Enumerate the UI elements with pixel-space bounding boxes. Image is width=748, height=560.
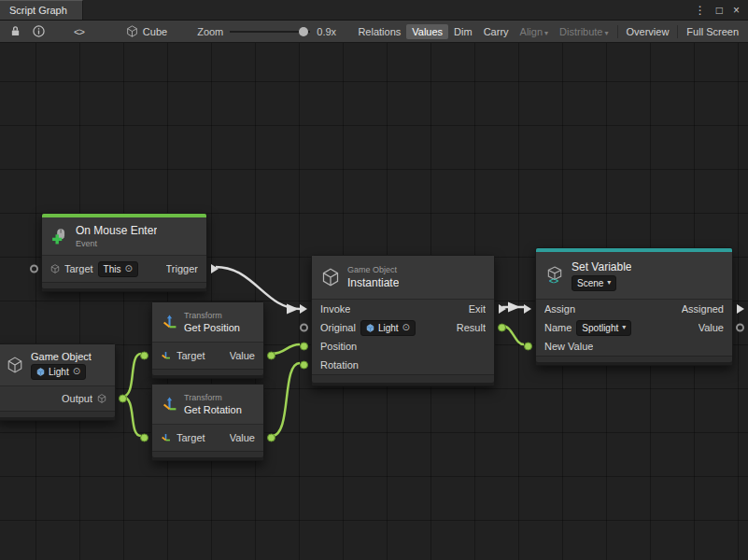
result-label: Result: [457, 322, 486, 333]
tab-script-graph[interactable]: Script Graph: [0, 0, 83, 20]
value-output-port[interactable]: [736, 324, 744, 332]
object-picker-icon[interactable]: ⊙: [73, 367, 80, 376]
port-row: Target Value: [152, 424, 263, 451]
tab-title: Script Graph: [9, 5, 67, 16]
node-get-rotation[interactable]: Transform Get Rotation Target Value: [151, 384, 264, 461]
zoom-label: Zoom: [197, 26, 223, 37]
node-title: Get Rotation: [184, 404, 242, 415]
invoke-label: Invoke: [320, 303, 350, 315]
window-close-icon[interactable]: ×: [733, 5, 740, 16]
wire-light-to-getposition: [122, 354, 141, 397]
target-input-port[interactable]: [30, 265, 38, 273]
gameobject-cube-icon: [6, 356, 24, 374]
graph-toolbar: <> Cube Zoom 0.9x Relations Values Dim C…: [0, 21, 748, 43]
code-icon[interactable]: <>: [74, 24, 84, 39]
info-icon[interactable]: [31, 24, 46, 39]
position-input-port[interactable]: [300, 343, 308, 351]
port-row: Assign Assigned: [536, 299, 732, 318]
align-dropdown: Align▾: [515, 24, 554, 39]
node-footer: [312, 374, 494, 385]
context-button[interactable]: Cube: [140, 24, 173, 39]
values-button[interactable]: Values: [406, 24, 448, 39]
zoom-slider-knob[interactable]: [299, 27, 308, 36]
node-title: Instantiate: [347, 276, 399, 289]
port-row: Rotation: [312, 356, 494, 374]
node-header: Game Object Light ⊙: [0, 344, 115, 385]
port-row: New Value: [536, 337, 732, 356]
node-title: Set Variable: [572, 260, 631, 273]
original-value-chip[interactable]: Light ⊙: [360, 320, 416, 336]
object-picker-icon[interactable]: ⊙: [402, 323, 410, 332]
lock-icon[interactable]: [7, 24, 22, 39]
node-subtitle: Event: [76, 239, 157, 248]
context-cube-icon: [125, 24, 140, 39]
exit-output-port[interactable]: [499, 304, 506, 314]
port-row: Target Value: [152, 342, 263, 369]
scope-dropdown[interactable]: Scene ▾: [572, 275, 616, 291]
value-label: Value: [699, 322, 724, 333]
assign-input-port[interactable]: [524, 304, 531, 314]
node-header: Transform Get Rotation: [152, 385, 263, 424]
node-footer: [152, 451, 263, 460]
variable-name-dropdown[interactable]: Spotlight ▾: [576, 320, 631, 336]
node-title: Game Object: [31, 351, 92, 362]
event-icon: [50, 227, 69, 245]
original-input-port[interactable]: [300, 324, 308, 332]
gameobject-mini-icon: [36, 368, 45, 376]
relations-button[interactable]: Relations: [352, 24, 406, 39]
invoke-input-port[interactable]: [300, 304, 307, 314]
node-set-variable[interactable]: <> Set Variable Scene ▾ Assign Assigned …: [535, 247, 733, 366]
assign-label: Assign: [544, 303, 575, 315]
trigger-output-port[interactable]: [211, 264, 219, 273]
transform-icon: [161, 396, 177, 413]
gameobject-mini-icon: [97, 394, 106, 403]
target-label: Target: [64, 263, 93, 274]
node-title: On Mouse Enter: [76, 224, 157, 237]
rotation-input-port[interactable]: [300, 361, 308, 370]
position-label: Position: [320, 341, 357, 352]
new-value-input-port[interactable]: [524, 343, 532, 351]
assigned-output-port[interactable]: [737, 304, 744, 314]
rotation-label: Rotation: [320, 359, 359, 371]
window-controls: ⋮ □ ×: [695, 0, 748, 20]
carry-button[interactable]: Carry: [478, 24, 515, 39]
node-on-mouse-enter[interactable]: On Mouse Enter Event Target This ⊙ Trigg…: [41, 213, 207, 292]
node-category: Game Object: [347, 265, 399, 274]
node-light-variable[interactable]: Game Object Light ⊙ Output: [0, 343, 116, 421]
target-value-chip[interactable]: This ⊙: [98, 261, 138, 277]
target-input-port[interactable]: [140, 352, 148, 360]
new-value-label: New Value: [544, 341, 593, 352]
exit-label: Exit: [469, 303, 486, 315]
node-header: Transform Get Position: [152, 302, 263, 342]
node-header: Game Object Instantiate: [312, 256, 494, 299]
value-label: Value: [230, 350, 255, 361]
zoom-slider[interactable]: [230, 31, 310, 33]
chip-text: Light: [378, 322, 399, 334]
fullscreen-button[interactable]: Full Screen: [681, 24, 744, 39]
target-input-port[interactable]: [140, 434, 148, 442]
gameobject-mini-icon: [366, 324, 374, 332]
node-title: Get Position: [184, 322, 240, 333]
object-picker-icon[interactable]: ⊙: [124, 264, 132, 273]
light-value-chip[interactable]: Light ⊙: [31, 364, 86, 380]
window-maximize-icon[interactable]: □: [716, 5, 723, 16]
output-label: Output: [62, 393, 92, 404]
node-footer: [0, 411, 115, 420]
node-get-position[interactable]: Transform Get Position Target Value: [151, 301, 264, 379]
node-footer: [152, 369, 263, 378]
dim-button[interactable]: Dim: [448, 24, 478, 39]
value-output-port[interactable]: [267, 352, 275, 360]
overview-button[interactable]: Overview: [621, 24, 675, 39]
trigger-label: Trigger: [166, 263, 198, 274]
chevron-down-icon: ▾: [544, 29, 548, 37]
output-port[interactable]: [119, 395, 127, 403]
toolbar-divider: [617, 25, 618, 38]
chip-text: Scene: [577, 277, 603, 289]
result-output-port[interactable]: [498, 324, 506, 332]
node-instantiate[interactable]: Game Object Instantiate Invoke Exit Orig…: [311, 255, 495, 386]
chevron-down-icon: ▾: [605, 29, 609, 37]
value-output-port[interactable]: [267, 434, 275, 442]
port-row: Position: [312, 337, 494, 356]
graph-canvas[interactable]: On Mouse Enter Event Target This ⊙ Trigg…: [0, 43, 748, 560]
window-menu-icon[interactable]: ⋮: [695, 5, 706, 16]
